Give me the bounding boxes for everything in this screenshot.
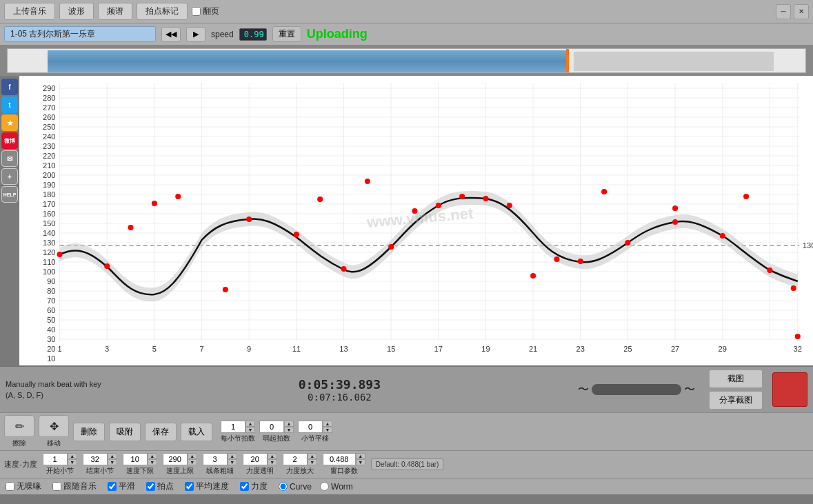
weibo-btn[interactable]: 微博 bbox=[1, 132, 18, 149]
window-param-input[interactable] bbox=[323, 453, 356, 465]
force-amp-up[interactable]: ▲ bbox=[308, 453, 317, 459]
window-param-down[interactable]: ▼ bbox=[356, 459, 365, 465]
end-bar-down[interactable]: ▼ bbox=[108, 459, 117, 465]
force-amp-down[interactable]: ▼ bbox=[308, 459, 317, 465]
flip-checkbox[interactable] bbox=[192, 7, 201, 16]
curve-radio[interactable] bbox=[279, 482, 288, 491]
beats-per-bar-input[interactable] bbox=[221, 421, 245, 433]
speed-value[interactable]: 0.99 bbox=[239, 28, 267, 41]
avg-speed-check[interactable] bbox=[185, 482, 194, 491]
svg-text:80: 80 bbox=[47, 287, 55, 295]
smooth-check[interactable] bbox=[108, 482, 117, 491]
svg-point-97 bbox=[625, 240, 630, 245]
force-trans-input[interactable] bbox=[243, 453, 268, 465]
speed-high-down[interactable]: ▼ bbox=[188, 459, 197, 465]
play-btn[interactable]: ▶ bbox=[186, 27, 205, 42]
move-label: 移动 bbox=[47, 439, 61, 448]
no-noise-label: 无噪喙 bbox=[6, 481, 41, 492]
load-btn[interactable]: 载入 bbox=[181, 423, 212, 441]
svg-point-98 bbox=[672, 219, 678, 225]
upload-music-btn[interactable]: 上传音乐 bbox=[4, 3, 55, 20]
line-width-down[interactable]: ▼ bbox=[228, 459, 237, 465]
svg-text:17: 17 bbox=[434, 345, 443, 353]
start-bar-down[interactable]: ▼ bbox=[68, 459, 77, 465]
bar-shift-label: 小节平移 bbox=[301, 434, 329, 443]
flip-checkbox-label: 翻页 bbox=[192, 6, 219, 17]
svg-text:120: 120 bbox=[43, 248, 56, 256]
start-bar-up[interactable]: ▲ bbox=[68, 453, 77, 459]
reset-btn[interactable]: 重置 bbox=[272, 26, 301, 42]
svg-point-94 bbox=[554, 256, 559, 262]
absorb-btn[interactable]: 吸附 bbox=[109, 423, 141, 441]
svg-text:70: 70 bbox=[47, 296, 55, 305]
bar-shift-input[interactable] bbox=[298, 421, 323, 433]
share-btn[interactable]: 分享截图 bbox=[709, 391, 763, 410]
save-btn[interactable]: 保存 bbox=[145, 423, 177, 441]
speed-low-down[interactable]: ▼ bbox=[148, 459, 157, 465]
svg-text:150: 150 bbox=[43, 219, 56, 228]
beats-per-bar-down[interactable]: ▼ bbox=[245, 427, 255, 433]
mail-btn[interactable]: ✉ bbox=[1, 150, 18, 167]
erase-btn[interactable]: ✏ bbox=[4, 415, 34, 437]
svg-text:230: 230 bbox=[43, 142, 56, 150]
svg-text:7: 7 bbox=[199, 345, 203, 353]
close-btn[interactable]: ✕ bbox=[794, 4, 809, 19]
svg-text:21: 21 bbox=[529, 345, 537, 353]
favorite-btn[interactable]: ★ bbox=[1, 114, 18, 131]
svg-text:15: 15 bbox=[387, 345, 395, 353]
waveform-btn[interactable]: 波形 bbox=[59, 3, 94, 20]
start-bar-input[interactable] bbox=[43, 453, 68, 465]
end-bar-input[interactable] bbox=[83, 453, 108, 465]
speed-high-input[interactable] bbox=[163, 453, 188, 465]
waveform-slider[interactable] bbox=[592, 384, 681, 395]
delete-btn[interactable]: 删除 bbox=[73, 423, 105, 441]
worm-radio[interactable] bbox=[320, 482, 329, 491]
force-trans-up[interactable]: ▲ bbox=[268, 453, 277, 459]
svg-point-104 bbox=[795, 334, 801, 339]
svg-text:170: 170 bbox=[43, 200, 56, 208]
beats-per-bar-up[interactable]: ▲ bbox=[245, 421, 255, 427]
manual-mark-info: Manually mark beat with key (A, S, D, F) bbox=[6, 379, 101, 401]
speed-low-up[interactable]: ▲ bbox=[148, 453, 157, 459]
waveform-overview[interactable] bbox=[7, 48, 806, 73]
no-noise-check[interactable] bbox=[6, 482, 14, 491]
weak-beats-up[interactable]: ▲ bbox=[284, 421, 294, 427]
beat-mark-btn[interactable]: 拍点标记 bbox=[137, 3, 188, 20]
svg-text:100: 100 bbox=[43, 268, 56, 276]
beat-point-check[interactable] bbox=[146, 482, 155, 491]
weak-beats-down[interactable]: ▼ bbox=[284, 427, 294, 433]
spectrum-btn[interactable]: 频谱 bbox=[98, 3, 132, 20]
plus-btn[interactable]: + bbox=[1, 168, 18, 185]
svg-text:160: 160 bbox=[43, 210, 56, 218]
force-check[interactable] bbox=[240, 482, 249, 491]
window-param-up[interactable]: ▲ bbox=[356, 453, 365, 459]
total-time: 0:07:16.062 bbox=[108, 392, 571, 403]
move-btn[interactable]: ✥ bbox=[39, 415, 69, 437]
follow-music-check[interactable] bbox=[52, 482, 61, 491]
speed-high-up[interactable]: ▲ bbox=[188, 453, 197, 459]
weak-beats-input[interactable] bbox=[259, 421, 284, 433]
svg-text:13: 13 bbox=[339, 345, 348, 353]
svg-point-102 bbox=[767, 268, 772, 273]
minimize-btn[interactable]: ─ bbox=[776, 4, 791, 19]
line-width-up[interactable]: ▲ bbox=[228, 453, 237, 459]
end-bar-up[interactable]: ▲ bbox=[108, 453, 117, 459]
svg-text:200: 200 bbox=[43, 171, 56, 179]
facebook-btn[interactable]: f bbox=[1, 79, 18, 95]
svg-text:9: 9 bbox=[247, 345, 251, 353]
speed-low-input[interactable] bbox=[123, 453, 148, 465]
chart-area: 290 280 270 260 250 240 230 220 210 200 … bbox=[19, 76, 813, 365]
screenshot-btn[interactable]: 截图 bbox=[709, 370, 763, 388]
svg-point-101 bbox=[743, 194, 749, 199]
line-width-input[interactable] bbox=[203, 453, 228, 465]
bar-shift-up[interactable]: ▲ bbox=[323, 421, 332, 427]
force-trans-down[interactable]: ▼ bbox=[268, 459, 277, 465]
beat-chart[interactable]: 290 280 270 260 250 240 230 220 210 200 … bbox=[19, 76, 813, 365]
svg-text:60: 60 bbox=[47, 306, 55, 314]
red-action-btn[interactable] bbox=[772, 372, 807, 407]
help-btn[interactable]: HELP bbox=[1, 186, 18, 203]
twitter-btn[interactable]: t bbox=[1, 97, 18, 113]
bar-shift-down[interactable]: ▼ bbox=[323, 427, 332, 433]
prev-btn[interactable]: ◀◀ bbox=[161, 27, 181, 42]
force-amp-input[interactable] bbox=[283, 453, 308, 465]
